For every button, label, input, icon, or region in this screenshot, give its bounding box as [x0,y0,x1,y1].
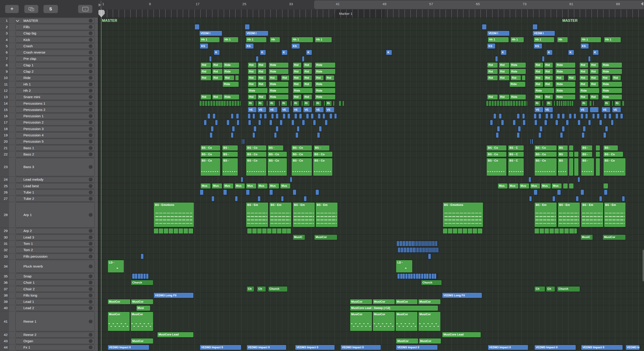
region-rid[interactable]: Rid [544,81,553,87]
track-header-snare-mini[interactable]: 13Snare mini [0,94,98,100]
region-rid[interactable]: Rid [499,62,510,68]
region[interactable] [563,183,568,189]
region-mus[interactable]: Mus [269,183,279,189]
region-rid[interactable]: Rid [555,75,564,81]
region-ride[interactable]: Ride [269,94,289,100]
region-k[interactable]: K [260,50,266,55]
region-bs-co[interactable]: BS - Co [534,158,557,176]
region[interactable] [282,113,286,119]
region-bs[interactable]: BS - [603,145,618,151]
track-header-tom-2[interactable]: 32Tom 2 [0,247,98,253]
mute-dot[interactable] [89,114,92,118]
region-ride[interactable]: Ride [223,62,239,68]
track-header-percussion-1[interactable]: 16Percussion 1 [0,113,98,119]
track-header-tube-2[interactable]: 27Tube 2 [0,196,98,202]
track-header-bass-2[interactable]: 22Bass 2 [0,151,98,157]
track-name[interactable]: Fx 1 [24,345,30,350]
track-name[interactable]: Bass 1 [24,146,34,150]
region[interactable] [271,113,274,119]
region-bs[interactable]: BS [558,145,568,151]
track-name[interactable]: Choir 2 [24,287,35,291]
region[interactable] [534,113,536,119]
region[interactable] [589,101,592,106]
track-header-hh-2[interactable]: 12Hh 2 [0,87,98,94]
region-ri[interactable]: Ri [326,101,332,106]
region-musicore-lead[interactable]: MusiCore Lead [442,332,481,338]
region-rid[interactable]: Rid [579,81,588,87]
region-ride[interactable]: Ride [248,88,268,93]
region[interactable] [334,113,337,119]
region[interactable] [296,132,298,138]
region-musicor[interactable]: MusiCor [396,338,418,344]
mute-dot[interactable] [89,63,92,67]
track-header-pre-clap[interactable]: 7Pre clap [0,56,98,62]
region[interactable] [522,75,526,81]
mute-dot[interactable] [89,101,92,105]
region-mus[interactable]: Mus [223,183,234,189]
mute-dot[interactable] [89,95,92,99]
track-header-percussion-2[interactable]: 17Percussion 2 [0,119,98,126]
region-rid[interactable]: Rid [487,75,498,81]
region-ride[interactable]: Ride [315,81,336,87]
region[interactable] [290,177,292,182]
region-musicor[interactable]: MusiCor [131,338,153,344]
region-rid[interactable]: Rid [510,75,521,81]
region-bs-co[interactable]: BS - Co [246,145,266,151]
region[interactable] [443,228,482,234]
region[interactable] [550,113,553,119]
region-bs-co[interactable]: BS - Co [486,158,506,176]
region-vedm3-impact-0[interactable]: VEDM3 Impact 0 [534,345,576,350]
region[interactable] [493,113,496,119]
region[interactable] [574,158,579,176]
track-header-bass-3[interactable]: 23Bass 3 [0,158,98,177]
arrange-area[interactable]: MASTERMASTERVEDM IVEDM IVEDM IVEDM IHh 1… [98,17,644,351]
region[interactable] [569,113,572,119]
region-ch[interactable]: Ch [246,286,254,292]
mute-dot[interactable] [89,264,92,268]
region-bs-em[interactable]: BS - Em [293,202,315,228]
region-rid[interactable]: Rid [212,62,223,68]
region[interactable] [562,126,565,132]
region[interactable] [497,126,500,132]
region-musicor[interactable]: MusiCor [373,312,395,331]
region-ks[interactable]: KS [487,43,496,49]
region-rid[interactable]: Rid [590,75,599,81]
mute-dot[interactable] [89,38,92,42]
region[interactable] [588,56,591,62]
region-bs[interactable]: BS - [581,151,592,157]
region[interactable] [397,273,437,279]
region-ri[interactable]: Ri [581,101,587,106]
region-church[interactable]: Church [557,286,580,292]
mute-dot[interactable] [89,190,92,194]
region-bs[interactable]: BS - [222,145,238,151]
mute-dot[interactable] [89,300,92,304]
mute-dot[interactable] [89,178,92,182]
region[interactable] [593,101,594,106]
region-vedm3-impact-0[interactable]: VEDM3 Impact 0 [396,345,438,350]
region-mus[interactable]: Mus [246,183,256,189]
region-rid[interactable]: Rid [590,69,599,74]
track-header-choir-1[interactable]: 36Choir 1 [0,280,98,286]
track-header-tube-1[interactable]: 26Tube 1 [0,189,98,196]
region-rid[interactable]: Rid [257,69,266,74]
region[interactable] [281,196,284,202]
region[interactable] [622,101,624,106]
mute-dot[interactable] [89,121,92,124]
region[interactable] [496,132,499,138]
region-ride[interactable]: Ride [555,81,575,87]
track-header-lead-1[interactable]: 39Lead 1 [0,299,98,305]
region-rid[interactable]: Rid [281,75,289,81]
region[interactable] [258,196,260,202]
mute-dot[interactable] [89,51,92,54]
region[interactable] [560,132,563,138]
track-name[interactable]: Reese 2 [24,333,36,337]
region-ch[interactable]: Ch [534,286,545,292]
track-header-percussion-5[interactable]: 20Percussion 5 [0,139,98,145]
track-name[interactable]: Snap [24,274,32,278]
region[interactable] [292,120,294,125]
region-hh-1[interactable]: Hh 1 [580,37,601,42]
region-hh-1[interactable]: Hh 1 [292,37,313,42]
region-ride[interactable]: Ride [602,69,622,74]
track-name[interactable]: Arp 2 [24,229,32,233]
scroll-left-icon[interactable] [99,3,101,6]
